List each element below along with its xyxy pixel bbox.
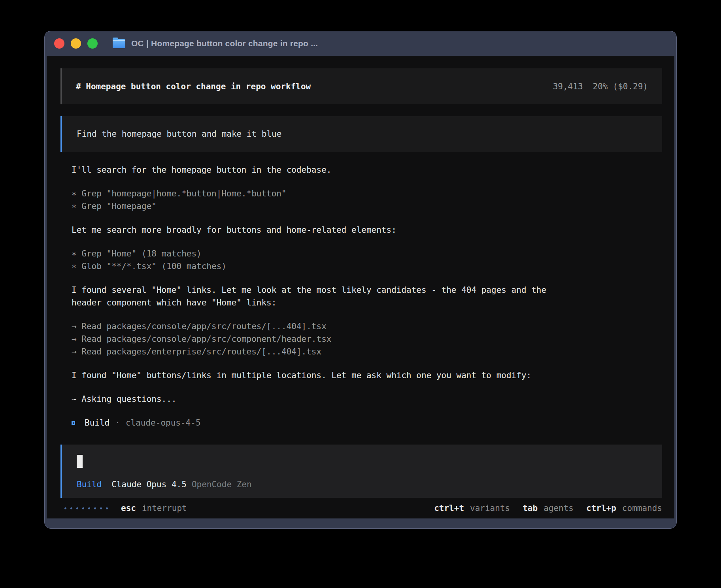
transcript-line: Let me search more broadly for buttons a…: [72, 224, 662, 236]
hint-label: agents: [544, 502, 574, 514]
token-count: 39,413: [553, 80, 583, 93]
progress-dot: [94, 507, 96, 509]
model-label[interactable]: Claude Opus 4.5: [111, 478, 187, 491]
progress-dot: [106, 507, 108, 509]
tool-call-block: ∗ Grep "homepage|home.*button|Home.*butt…: [72, 187, 662, 213]
separator-dot: ·: [115, 416, 120, 429]
transcript: I'll search for the homepage button in t…: [72, 164, 662, 440]
agent-model: claude-opus-4-5: [126, 416, 201, 429]
terminal-window: OC | Homepage button color change in rep…: [44, 31, 677, 529]
keyboard-hint-agents: tabagents: [523, 502, 574, 514]
transcript-line: I'll search for the homepage button in t…: [72, 164, 662, 176]
transcript-line: I found several "Home" links. Let me loo…: [72, 284, 662, 296]
agent-build-icon: [72, 421, 75, 425]
session-cost: ($0.29): [613, 80, 648, 93]
assistant-text: Let me search more broadly for buttons a…: [72, 224, 662, 236]
prompt-input[interactable]: Build Claude Opus 4.5 OpenCode Zen: [60, 445, 662, 498]
hint-key: ctrl+t: [434, 502, 464, 514]
progress-dot: [64, 507, 66, 509]
user-message: Find the homepage button and make it blu…: [60, 116, 662, 152]
text-cursor: [77, 455, 83, 468]
agent-name: Build: [85, 416, 109, 429]
assistant-text: I found several "Home" links. Let me loo…: [72, 284, 662, 309]
keyboard-hint-variants: ctrl+tvariants: [434, 502, 510, 514]
fullscreen-button[interactable]: [87, 38, 98, 49]
tool-call-block: → Read packages/console/app/src/routes/[…: [72, 320, 662, 358]
assistant-text: I found "Home" buttons/links in multiple…: [72, 369, 662, 382]
folder-icon: [113, 39, 125, 48]
progress-dot: [88, 507, 90, 509]
transcript-line: → Read packages/console/app/src/routes/[…: [72, 320, 662, 333]
esc-hint: esc interrupt: [121, 502, 187, 514]
tool-call-block: ∗ Grep "Home" (18 matches)∗ Glob "**/*.t…: [72, 247, 662, 273]
hint-label: variants: [470, 502, 510, 514]
assistant-text: I'll search for the homepage button in t…: [72, 164, 662, 176]
agent-label[interactable]: Build: [77, 478, 102, 491]
esc-key: esc: [121, 502, 136, 514]
transcript-line: ∗ Grep "homepage|home.*button|Home.*butt…: [72, 187, 662, 200]
model-row: Build Claude Opus 4.5 OpenCode Zen: [77, 478, 647, 491]
progress-dots: [64, 507, 108, 509]
transcript-line: ∗ Grep "Home" (18 matches): [72, 247, 662, 260]
user-message-text: Find the homepage button and make it blu…: [77, 128, 281, 140]
progress-dot: [76, 507, 78, 509]
transcript-line: → Read packages/console/app/src/componen…: [72, 333, 662, 345]
terminal-content: # Homepage button color change in repo w…: [47, 56, 674, 518]
agent-status-row: Build·claude-opus-4-5: [72, 416, 662, 429]
hint-key: ctrl+p: [586, 502, 616, 514]
keyboard-hint-commands: ctrl+pcommands: [586, 502, 662, 514]
status-bar: esc interrupt ctrl+tvariantstabagentsctr…: [60, 498, 662, 518]
progress-dot: [70, 507, 72, 509]
session-header: # Homepage button color change in repo w…: [60, 68, 662, 104]
transcript-line: ∗ Glob "**/*.tsx" (100 matches): [72, 260, 662, 273]
transcript-line: header component which have "Home" links…: [72, 296, 662, 309]
progress-dot: [100, 507, 102, 509]
session-title: # Homepage button color change in repo w…: [76, 80, 311, 93]
titlebar[interactable]: OC | Homepage button color change in rep…: [45, 31, 676, 56]
session-stats: 39,413 20% ($0.29): [553, 80, 648, 93]
window-title: OC | Homepage button color change in rep…: [131, 39, 318, 48]
transcript-line: ∗ Grep "Homepage": [72, 200, 662, 213]
context-percent: 20%: [593, 80, 608, 93]
status-right: ctrl+tvariantstabagentsctrl+pcommands: [434, 502, 662, 514]
minimize-button[interactable]: [71, 38, 81, 49]
transcript-line: → Read packages/enterprise/src/routes/[.…: [72, 345, 662, 358]
transcript-line: I found "Home" buttons/links in multiple…: [72, 369, 662, 382]
progress-dot: [82, 507, 84, 509]
hint-label: commands: [622, 502, 662, 514]
transcript-line: ~ Asking questions...: [72, 393, 662, 405]
assistant-text: ~ Asking questions...: [72, 393, 662, 405]
status-left: esc interrupt: [64, 502, 187, 514]
traffic-lights: [54, 38, 98, 49]
provider-label: OpenCode Zen: [192, 478, 252, 491]
close-button[interactable]: [54, 38, 64, 49]
esc-label: interrupt: [142, 502, 187, 514]
hint-key: tab: [523, 502, 538, 514]
